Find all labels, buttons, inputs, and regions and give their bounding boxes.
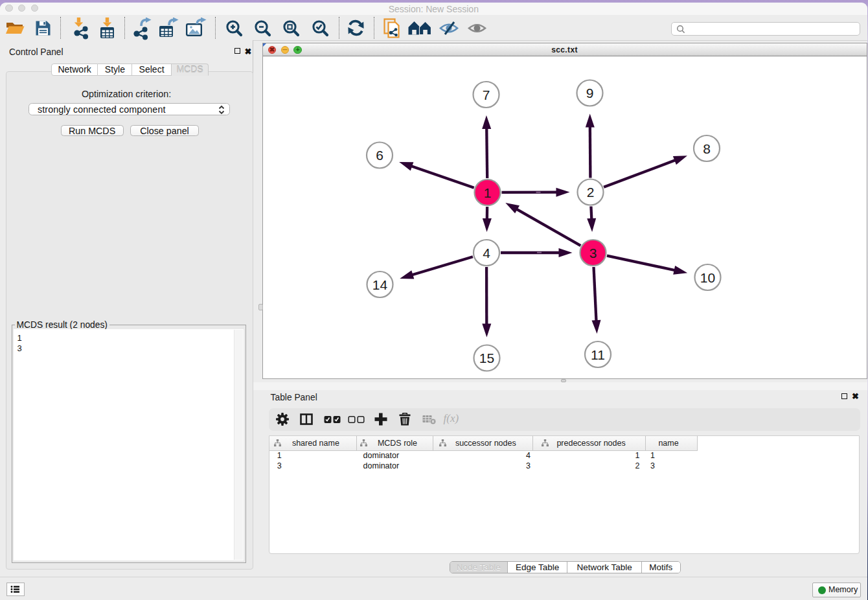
- svg-text:1: 1: [483, 185, 491, 200]
- svg-text:9: 9: [586, 86, 593, 100]
- svg-text:6: 6: [376, 148, 383, 163]
- svg-text:8: 8: [703, 141, 711, 156]
- svg-text:15: 15: [479, 351, 494, 365]
- svg-text:2: 2: [586, 185, 594, 200]
- svg-text:7: 7: [482, 87, 490, 102]
- svg-text:10: 10: [700, 270, 714, 285]
- svg-text:4: 4: [483, 246, 490, 260]
- svg-text:14: 14: [372, 277, 387, 292]
- svg-text:3: 3: [589, 246, 597, 260]
- svg-text:11: 11: [591, 347, 605, 362]
